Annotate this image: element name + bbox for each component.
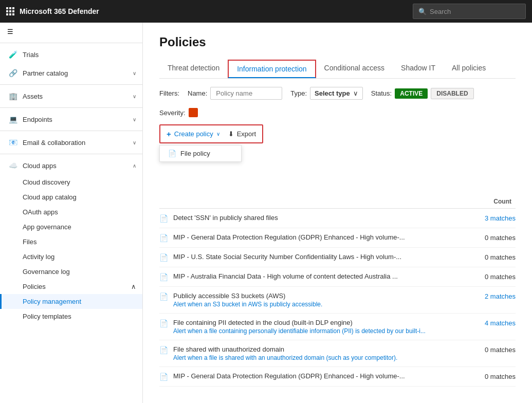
filters-row: Filters: Name: Type: Select type ∨ Statu…: [159, 87, 516, 117]
tab-conditional-access[interactable]: Conditional access: [316, 60, 393, 78]
layout: ☰ 🧪 Trials 🔗 Partner catalog ∨ 🏢 Assets …: [0, 23, 532, 403]
sidebar-item-cloud-apps[interactable]: ☁️ Cloud apps ∧: [0, 156, 142, 175]
table-row: 📄 MIP - General Data Protection Regulati…: [159, 228, 516, 248]
row-title[interactable]: MIP - General Data Protection Regulation…: [173, 233, 480, 241]
sidebar-item-oauth-apps[interactable]: OAuth apps: [0, 205, 142, 219]
cloud-icon: ☁️: [8, 161, 17, 170]
page-title: Policies: [159, 35, 516, 49]
row-count: 0 matches: [485, 272, 516, 281]
sidebar-item-activity-log[interactable]: Activity log: [0, 249, 142, 264]
row-title[interactable]: MIP - Australia Financial Data - High vo…: [173, 272, 480, 280]
sidebar-item-label: Assets: [23, 93, 127, 100]
row-count: 2 matches: [485, 292, 516, 300]
tab-information-protection[interactable]: Information protection: [228, 60, 316, 78]
sidebar-item-cloud-app-catalog[interactable]: Cloud app catalog: [0, 190, 142, 205]
row-count: 0 matches: [485, 345, 516, 354]
filter-type-select[interactable]: Select type ∨: [310, 87, 363, 100]
export-button[interactable]: ⬇ Export: [228, 130, 256, 138]
sidebar-item-email-collaboration[interactable]: 📧 Email & collaboration ∨: [0, 133, 142, 152]
row-title[interactable]: MIP - General Data Protection Regulation…: [173, 372, 480, 380]
search-icon: 🔍: [418, 8, 427, 15]
endpoints-icon: 💻: [8, 115, 17, 123]
table-area: Count 📄 Detect 'SSN' in publicly shared …: [159, 195, 516, 387]
file-icon: 📄: [159, 253, 168, 262]
filter-type-label: Type:: [290, 89, 307, 97]
sidebar-item-trials[interactable]: 🧪 Trials: [0, 45, 142, 64]
topbar-search[interactable]: 🔍: [413, 4, 526, 19]
count-column-header: Count: [493, 198, 516, 205]
partner-catalog-icon: 🔗: [8, 69, 17, 77]
table-row: 📄 File shared with unauthorized domain A…: [159, 340, 516, 367]
sidebar-item-label: Partner catalog: [23, 69, 127, 77]
sidebar: ☰ 🧪 Trials 🔗 Partner catalog ∨ 🏢 Assets …: [0, 23, 143, 403]
table-row: 📄 MIP - General Data Protection Regulati…: [159, 367, 516, 387]
plus-icon: +: [167, 130, 171, 138]
row-content: File containing PII detected in the clou…: [173, 319, 480, 335]
topbar-title: Microsoft 365 Defender: [20, 7, 99, 15]
severity-color-indicator[interactable]: [189, 108, 198, 117]
file-icon: 📄: [159, 319, 168, 327]
chevron-down-icon: ∨: [133, 117, 136, 122]
row-content: MIP - General Data Protection Regulation…: [173, 233, 480, 241]
tab-all-policies[interactable]: All policies: [444, 60, 494, 78]
sidebar-item-label: Endpoints: [23, 116, 127, 123]
chevron-down-icon: ∨: [133, 70, 136, 76]
sidebar-item-files[interactable]: Files: [0, 234, 142, 249]
filter-name-input[interactable]: [210, 87, 282, 100]
sidebar-item-partner-catalog[interactable]: 🔗 Partner catalog ∨: [0, 64, 142, 82]
status-disabled-button[interactable]: DISABLED: [431, 88, 473, 99]
sidebar-item-app-governance[interactable]: App governance: [0, 219, 142, 234]
sidebar-item-policy-management[interactable]: Policy management: [0, 294, 142, 309]
create-policy-button[interactable]: + Create policy ∨: [167, 130, 220, 138]
filter-status-label: Status:: [371, 89, 392, 97]
search-input[interactable]: [430, 8, 520, 15]
table-row: 📄 MIP - Australia Financial Data - High …: [159, 267, 516, 287]
table-row: 📄 MIP - U.S. State Social Security Numbe…: [159, 248, 516, 267]
grid-icon: [6, 7, 14, 15]
status-active-button[interactable]: ACTIVE: [395, 88, 428, 99]
tabs-bar: Threat detection Information protection …: [159, 60, 516, 79]
filter-type-value: Select type: [315, 89, 350, 97]
file-icon: 📄: [159, 372, 168, 381]
row-title[interactable]: File shared with unauthorized domain: [173, 345, 480, 353]
row-count: 0 matches: [485, 233, 516, 242]
chevron-down-icon: ∨: [133, 94, 136, 99]
filter-severity-group: Severity:: [159, 108, 198, 117]
file-icon: 📄: [159, 233, 168, 242]
sidebar-item-label: Email & collaboration: [23, 139, 127, 146]
sidebar-item-assets[interactable]: 🏢 Assets ∨: [0, 87, 142, 105]
chevron-up-icon: ∧: [133, 163, 136, 169]
chevron-down-icon: ∨: [353, 89, 358, 97]
table-row: 📄 File containing PII detected in the cl…: [159, 314, 516, 340]
sidebar-item-label: Policy management: [23, 298, 81, 305]
row-content: MIP - Australia Financial Data - High vo…: [173, 272, 480, 280]
row-title[interactable]: MIP - U.S. State Social Security Number …: [173, 253, 480, 261]
sidebar-item-policies[interactable]: Policies ∧: [0, 279, 142, 294]
table-header: Count: [159, 195, 516, 209]
dropdown-item-file-policy[interactable]: 📄 File policy: [160, 145, 241, 161]
row-count: 0 matches: [485, 253, 516, 261]
row-title[interactable]: Publicly accessible S3 buckets (AWS): [173, 292, 480, 300]
sidebar-item-cloud-discovery[interactable]: Cloud discovery: [0, 175, 142, 190]
tab-threat-detection[interactable]: Threat detection: [159, 60, 228, 78]
dropdown-item-label: File policy: [180, 150, 210, 157]
sidebar-item-label: Cloud apps: [23, 162, 127, 170]
sidebar-item-label: App governance: [23, 223, 71, 231]
row-content: MIP - U.S. State Social Security Number …: [173, 253, 480, 261]
sidebar-item-label: Cloud app catalog: [23, 193, 77, 201]
filter-name-group: Name:: [188, 87, 282, 100]
sidebar-item-policy-templates[interactable]: Policy templates: [0, 309, 142, 324]
main-content: Policies Threat detection Information pr…: [143, 23, 532, 403]
filter-status-group: Status: ACTIVE DISABLED: [371, 88, 474, 99]
toolbar: + Create policy ∨ ⬇ Export: [159, 124, 263, 143]
sidebar-item-endpoints[interactable]: 💻 Endpoints ∨: [0, 110, 142, 129]
email-icon: 📧: [8, 138, 17, 146]
chevron-down-icon: ∨: [216, 131, 220, 137]
tab-shadow-it[interactable]: Shadow IT: [393, 60, 444, 78]
create-policy-dropdown: 📄 File policy: [159, 145, 242, 162]
row-title[interactable]: Detect 'SSN' in publicly shared files: [173, 214, 480, 222]
sidebar-item-governance-log[interactable]: Governance log: [0, 264, 142, 279]
hamburger-icon[interactable]: ☰: [0, 23, 142, 41]
trials-icon: 🧪: [8, 50, 17, 59]
row-title[interactable]: File containing PII detected in the clou…: [173, 319, 480, 326]
